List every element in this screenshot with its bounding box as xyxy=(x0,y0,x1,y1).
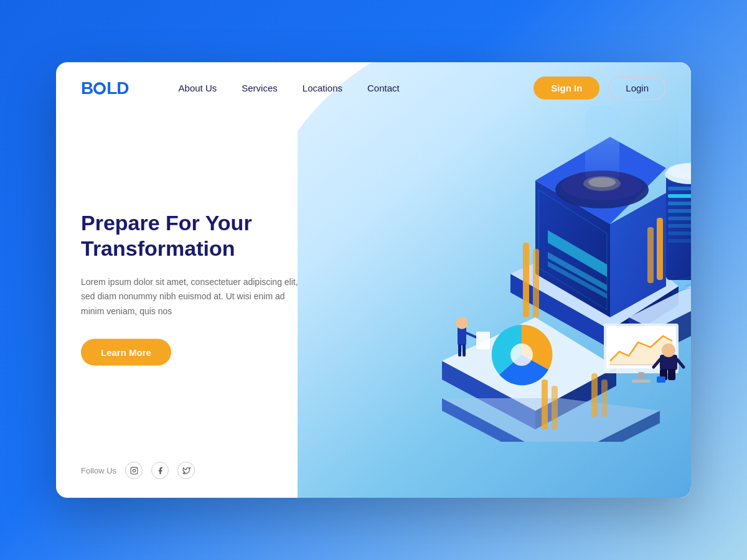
nav-item-locations[interactable]: Locations xyxy=(303,83,342,94)
nav-item-services[interactable]: Services xyxy=(242,83,278,94)
twitter-icon[interactable] xyxy=(177,462,195,479)
svg-rect-43 xyxy=(668,231,691,235)
svg-rect-29 xyxy=(523,243,529,317)
svg-rect-30 xyxy=(533,249,539,317)
svg-line-8 xyxy=(466,333,477,338)
signin-button[interactable]: Sign In xyxy=(533,77,599,100)
browser-card: BLD About Us Services Locations Contact … xyxy=(56,62,691,498)
svg-rect-66 xyxy=(542,380,548,429)
svg-rect-40 xyxy=(668,209,691,213)
svg-point-2 xyxy=(136,468,136,469)
svg-rect-52 xyxy=(632,380,651,383)
svg-rect-37 xyxy=(668,187,691,190)
svg-rect-39 xyxy=(668,202,691,205)
svg-point-7 xyxy=(456,317,468,329)
learn-more-button[interactable]: Learn More xyxy=(81,338,171,365)
hero-content: Prepare For Your Transformation Lorem ip… xyxy=(81,210,342,366)
navbar: BLD About Us Services Locations Contact … xyxy=(56,62,691,114)
hero-title: Prepare For Your Transformation xyxy=(81,210,342,261)
svg-rect-51 xyxy=(638,372,644,381)
svg-rect-42 xyxy=(668,224,691,228)
svg-rect-41 xyxy=(668,217,691,220)
svg-rect-68 xyxy=(591,373,598,417)
nav-link-locations[interactable]: Locations xyxy=(303,83,342,93)
svg-rect-59 xyxy=(657,376,665,383)
svg-rect-44 xyxy=(668,239,691,243)
nav-links: About Us Services Locations Contact xyxy=(179,83,534,94)
svg-point-13 xyxy=(510,343,533,366)
svg-point-54 xyxy=(662,343,675,357)
svg-rect-32 xyxy=(647,227,654,283)
nav-link-contact[interactable]: Contact xyxy=(367,83,400,93)
login-button[interactable]: Login xyxy=(608,76,666,100)
logo: BLD xyxy=(81,78,129,98)
follow-us-section: Follow Us xyxy=(81,462,195,479)
instagram-icon[interactable] xyxy=(125,462,143,479)
svg-rect-6 xyxy=(458,327,466,345)
nav-item-about[interactable]: About Us xyxy=(179,83,217,94)
svg-rect-0 xyxy=(131,467,138,474)
svg-rect-58 xyxy=(668,369,675,380)
nav-item-contact[interactable]: Contact xyxy=(367,83,400,94)
svg-rect-38 xyxy=(668,194,691,198)
nav-link-about[interactable]: About Us xyxy=(179,83,217,93)
svg-rect-28 xyxy=(585,106,619,187)
svg-point-1 xyxy=(133,469,135,472)
hero-description: Lorem ipsum dolor sit amet, consectetuer… xyxy=(81,274,305,319)
svg-rect-9 xyxy=(458,344,461,357)
svg-rect-69 xyxy=(601,380,608,417)
svg-rect-10 xyxy=(463,344,466,357)
nav-actions: Sign In Login xyxy=(533,76,666,100)
nav-link-services[interactable]: Services xyxy=(242,83,278,93)
svg-rect-67 xyxy=(552,386,558,429)
follow-label: Follow Us xyxy=(81,466,116,475)
svg-rect-31 xyxy=(657,218,663,280)
facebook-icon[interactable] xyxy=(151,462,169,479)
hero-illustration xyxy=(317,93,691,454)
svg-rect-11 xyxy=(476,332,490,349)
